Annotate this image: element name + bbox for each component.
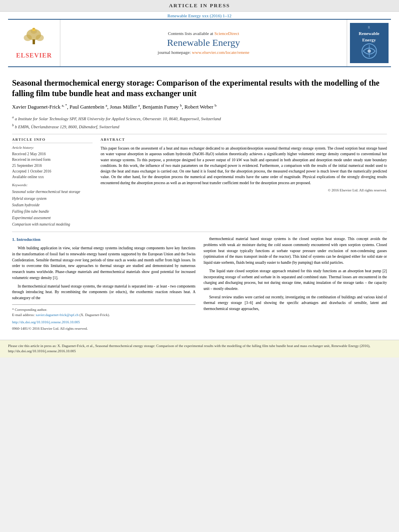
body-para-right-1: thermochemical material based storage sy… <box>204 236 387 266</box>
article-title: Seasonal thermochemical energy storage: … <box>12 78 387 99</box>
keyword-5: Experimental assessment <box>12 215 93 221</box>
body-para-right-3: Several review studies were carried out … <box>204 294 387 312</box>
sciencedirect-prefix: Contents lists available at <box>168 31 214 36</box>
elsevier-logo: ELSEVIER <box>16 27 52 59</box>
citation-text: Please cite this article in press as: X.… <box>8 344 370 353</box>
affiliation-b: b b EMPA, Überlandstrasse 129, 8600, Düb… <box>12 123 387 130</box>
abstract-text: This paper focuses on the assessment of … <box>101 146 387 186</box>
accepted-date: Accepted 1 October 2016 <box>12 168 93 174</box>
header-center: Contents lists available at ScienceDirec… <box>60 20 347 66</box>
keyword-2: Hybrid storage system <box>12 195 93 202</box>
svg-point-1 <box>24 35 32 41</box>
authors: Xavier Daguenet-Frick a, *, Paul Gantenb… <box>12 103 387 111</box>
svg-point-8 <box>368 49 371 53</box>
homepage-line: journal homepage: www.elsevier.com/locat… <box>158 50 249 55</box>
re-logo-title: RenewableEnergy <box>353 31 385 43</box>
banner-text: ARTICLE IN PRESS <box>169 2 230 8</box>
body-col-right: thermochemical material based storage sy… <box>204 236 387 331</box>
homepage-prefix: journal homepage: <box>158 50 192 55</box>
keyword-1: Seasonal solar thermochemical heat stora… <box>12 189 93 195</box>
article-info-abstract: ARTICLE INFO Article history: Received 2… <box>12 138 387 228</box>
doi-line[interactable]: http://dx.doi.org/10.1016/j.renene.2016.… <box>12 320 195 325</box>
divider-2 <box>12 232 387 232</box>
re-logo-graphic <box>353 43 385 59</box>
page-wrapper: ARTICLE IN PRESS Renewable Energy xxx (2… <box>0 0 399 357</box>
history-label: Article history: <box>12 146 93 150</box>
journal-title-header: Renewable Energy <box>167 37 240 48</box>
journal-header: ELSEVIER Contents lists available at Sci… <box>8 19 391 67</box>
body-col-left: 1. Introduction With building applicatio… <box>12 236 195 331</box>
header-left: ELSEVIER <box>8 20 60 66</box>
body-para-right-2: The liquid state closed sorption storage… <box>204 268 387 292</box>
re-logo-box: R RenewableEnergy <box>350 23 389 63</box>
re-logo-top: R <box>353 25 385 30</box>
keyword-6: Comparison with numerical modeling <box>12 221 93 228</box>
sciencedirect-link[interactable]: ScienceDirect <box>214 31 239 36</box>
article-info-heading: ARTICLE INFO <box>12 138 93 143</box>
footnotes: * Corresponding author. E-mail address: … <box>12 304 195 318</box>
email-link[interactable]: xavier.daguenet-frick@spf.ch <box>35 313 78 317</box>
affiliations: a a Institute for Solar Technology SPF, … <box>12 115 387 130</box>
email-note: E-mail address: xavier.daguenet-frick@sp… <box>12 312 195 318</box>
abstract-heading: ABSTRACT <box>101 138 387 143</box>
body-para-2: In thermochemical material based storage… <box>12 283 195 301</box>
body-para-1: With building application in view, solar… <box>12 245 195 281</box>
available-online: Available online xxx <box>12 174 93 180</box>
keywords-label: Keywords: <box>12 183 93 187</box>
copyright-line: © 2016 Elsevier Ltd. All rights reserved… <box>101 188 387 192</box>
keywords-list: Seasonal solar thermochemical heat stora… <box>12 189 93 228</box>
least-word: least <box>160 284 167 288</box>
article-info-col: ARTICLE INFO Article history: Received 2… <box>12 138 93 228</box>
issn-line: 0960-1481/© 2016 Elsevier Ltd. All right… <box>12 326 195 332</box>
keyword-3: Sodium hydroxide <box>12 202 93 208</box>
sciencedirect-line: Contents lists available at ScienceDirec… <box>168 31 239 36</box>
divider-1 <box>12 134 387 134</box>
affiliation-a: a a Institute for Solar Technology SPF, … <box>12 115 387 122</box>
citation-footer: Please cite this article in press as: X.… <box>0 340 399 357</box>
corresponding-author-note: * Corresponding author. <box>12 307 195 313</box>
homepage-link[interactable]: www.elsevier.com/locate/renene <box>192 50 249 55</box>
keyword-4: Falling film tube bundle <box>12 208 93 215</box>
svg-point-2 <box>36 35 44 41</box>
aip-banner: ARTICLE IN PRESS <box>0 0 399 12</box>
elsevier-text: ELSEVIER <box>16 52 52 59</box>
elsevier-tree-icon <box>20 27 48 49</box>
body-content: 1. Introduction With building applicatio… <box>12 236 387 331</box>
header-right: R RenewableEnergy <box>347 20 391 66</box>
revised-date: 25 September 2016 <box>12 163 93 168</box>
svg-rect-6 <box>33 28 35 29</box>
svg-rect-3 <box>33 39 35 44</box>
journal-ref: Renewable Energy xxx (2016) 1–12 <box>167 13 231 18</box>
article-content: Seasonal thermochemical energy storage: … <box>0 67 399 336</box>
received-date: Received 2 May 2016 <box>12 151 93 157</box>
section1-title: 1. Introduction <box>12 236 195 243</box>
received-revised: Received in revised form <box>12 157 93 162</box>
journal-ref-line: Renewable Energy xxx (2016) 1–12 <box>0 12 399 19</box>
abstract-col: ABSTRACT This paper focuses on the asses… <box>101 138 387 228</box>
